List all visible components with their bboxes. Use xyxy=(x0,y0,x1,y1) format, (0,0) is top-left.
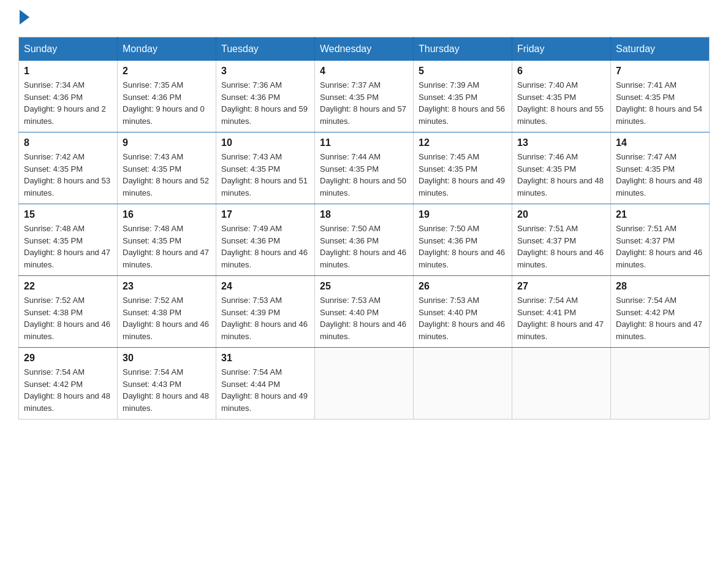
day-cell: 26Sunrise: 7:53 AMSunset: 4:40 PMDayligh… xyxy=(414,276,512,348)
day-info: Sunrise: 7:36 AMSunset: 4:36 PMDaylight:… xyxy=(221,79,309,127)
day-cell: 4Sunrise: 7:37 AMSunset: 4:35 PMDaylight… xyxy=(315,61,414,132)
day-cell xyxy=(315,348,414,419)
day-number: 2 xyxy=(123,66,211,77)
day-number: 28 xyxy=(616,281,704,292)
day-number: 10 xyxy=(221,137,309,148)
day-info: Sunrise: 7:37 AMSunset: 4:35 PMDaylight:… xyxy=(320,79,408,127)
weekday-header-saturday: Saturday xyxy=(611,37,710,61)
day-cell: 16Sunrise: 7:48 AMSunset: 4:35 PMDayligh… xyxy=(118,204,216,276)
weekday-header-row: SundayMondayTuesdayWednesdayThursdayFrid… xyxy=(19,37,710,61)
day-number: 20 xyxy=(517,209,605,220)
day-number: 9 xyxy=(123,137,211,148)
day-cell: 17Sunrise: 7:49 AMSunset: 4:36 PMDayligh… xyxy=(216,204,315,276)
day-info: Sunrise: 7:50 AMSunset: 4:36 PMDaylight:… xyxy=(419,223,507,270)
day-cell: 11Sunrise: 7:44 AMSunset: 4:35 PMDayligh… xyxy=(315,132,414,204)
day-cell: 8Sunrise: 7:42 AMSunset: 4:35 PMDaylight… xyxy=(19,132,118,204)
day-cell: 25Sunrise: 7:53 AMSunset: 4:40 PMDayligh… xyxy=(315,276,414,348)
week-row-3: 15Sunrise: 7:48 AMSunset: 4:35 PMDayligh… xyxy=(19,204,710,276)
day-number: 12 xyxy=(419,137,507,148)
day-info: Sunrise: 7:48 AMSunset: 4:35 PMDaylight:… xyxy=(24,223,112,270)
day-info: Sunrise: 7:35 AMSunset: 4:36 PMDaylight:… xyxy=(123,79,211,127)
day-cell: 19Sunrise: 7:50 AMSunset: 4:36 PMDayligh… xyxy=(414,204,512,276)
day-info: Sunrise: 7:52 AMSunset: 4:38 PMDaylight:… xyxy=(123,294,211,342)
day-number: 17 xyxy=(221,209,309,220)
day-number: 6 xyxy=(517,66,605,77)
day-cell: 6Sunrise: 7:40 AMSunset: 4:35 PMDaylight… xyxy=(512,61,611,132)
day-number: 26 xyxy=(419,281,507,292)
day-number: 4 xyxy=(320,66,408,77)
day-cell: 13Sunrise: 7:46 AMSunset: 4:35 PMDayligh… xyxy=(512,132,611,204)
day-number: 13 xyxy=(517,137,605,148)
day-cell xyxy=(611,348,710,419)
day-cell: 10Sunrise: 7:43 AMSunset: 4:35 PMDayligh… xyxy=(216,132,315,204)
day-cell: 12Sunrise: 7:45 AMSunset: 4:35 PMDayligh… xyxy=(414,132,512,204)
day-number: 24 xyxy=(221,281,309,292)
day-cell: 3Sunrise: 7:36 AMSunset: 4:36 PMDaylight… xyxy=(216,61,315,132)
day-info: Sunrise: 7:51 AMSunset: 4:37 PMDaylight:… xyxy=(517,223,605,270)
weekday-header-tuesday: Tuesday xyxy=(216,37,315,61)
day-number: 11 xyxy=(320,137,408,148)
day-info: Sunrise: 7:51 AMSunset: 4:37 PMDaylight:… xyxy=(616,223,704,270)
day-number: 15 xyxy=(24,209,112,220)
day-number: 30 xyxy=(123,353,211,364)
day-cell: 22Sunrise: 7:52 AMSunset: 4:38 PMDayligh… xyxy=(19,276,118,348)
week-row-4: 22Sunrise: 7:52 AMSunset: 4:38 PMDayligh… xyxy=(19,276,710,348)
day-number: 21 xyxy=(616,209,704,220)
weekday-header-monday: Monday xyxy=(118,37,216,61)
day-info: Sunrise: 7:52 AMSunset: 4:38 PMDaylight:… xyxy=(24,294,112,342)
day-number: 19 xyxy=(419,209,507,220)
day-info: Sunrise: 7:54 AMSunset: 4:42 PMDaylight:… xyxy=(616,294,704,342)
week-row-5: 29Sunrise: 7:54 AMSunset: 4:42 PMDayligh… xyxy=(19,348,710,419)
day-number: 14 xyxy=(616,137,704,148)
day-info: Sunrise: 7:49 AMSunset: 4:36 PMDaylight:… xyxy=(221,223,309,270)
day-cell: 18Sunrise: 7:50 AMSunset: 4:36 PMDayligh… xyxy=(315,204,414,276)
day-info: Sunrise: 7:54 AMSunset: 4:42 PMDaylight:… xyxy=(24,366,112,414)
day-cell: 21Sunrise: 7:51 AMSunset: 4:37 PMDayligh… xyxy=(611,204,710,276)
day-number: 3 xyxy=(221,66,309,77)
day-info: Sunrise: 7:53 AMSunset: 4:39 PMDaylight:… xyxy=(221,294,309,342)
weekday-header-wednesday: Wednesday xyxy=(315,37,414,61)
day-number: 22 xyxy=(24,281,112,292)
day-cell: 31Sunrise: 7:54 AMSunset: 4:44 PMDayligh… xyxy=(216,348,315,419)
day-info: Sunrise: 7:34 AMSunset: 4:36 PMDaylight:… xyxy=(24,79,112,127)
day-number: 16 xyxy=(123,209,211,220)
day-info: Sunrise: 7:54 AMSunset: 4:43 PMDaylight:… xyxy=(123,366,211,414)
day-info: Sunrise: 7:39 AMSunset: 4:35 PMDaylight:… xyxy=(419,79,507,127)
day-cell: 24Sunrise: 7:53 AMSunset: 4:39 PMDayligh… xyxy=(216,276,315,348)
day-info: Sunrise: 7:45 AMSunset: 4:35 PMDaylight:… xyxy=(419,151,507,199)
day-cell: 1Sunrise: 7:34 AMSunset: 4:36 PMDaylight… xyxy=(19,61,118,132)
day-info: Sunrise: 7:41 AMSunset: 4:35 PMDaylight:… xyxy=(616,79,704,127)
day-info: Sunrise: 7:44 AMSunset: 4:35 PMDaylight:… xyxy=(320,151,408,199)
week-row-2: 8Sunrise: 7:42 AMSunset: 4:35 PMDaylight… xyxy=(19,132,710,204)
weekday-header-friday: Friday xyxy=(512,37,611,61)
day-number: 5 xyxy=(419,66,507,77)
day-cell: 2Sunrise: 7:35 AMSunset: 4:36 PMDaylight… xyxy=(118,61,216,132)
day-cell xyxy=(414,348,512,419)
day-info: Sunrise: 7:48 AMSunset: 4:35 PMDaylight:… xyxy=(123,223,211,270)
week-row-1: 1Sunrise: 7:34 AMSunset: 4:36 PMDaylight… xyxy=(19,61,710,132)
day-cell: 23Sunrise: 7:52 AMSunset: 4:38 PMDayligh… xyxy=(118,276,216,348)
day-cell: 29Sunrise: 7:54 AMSunset: 4:42 PMDayligh… xyxy=(19,348,118,419)
day-info: Sunrise: 7:47 AMSunset: 4:35 PMDaylight:… xyxy=(616,151,704,199)
day-cell: 28Sunrise: 7:54 AMSunset: 4:42 PMDayligh… xyxy=(611,276,710,348)
day-cell: 9Sunrise: 7:43 AMSunset: 4:35 PMDaylight… xyxy=(118,132,216,204)
day-number: 1 xyxy=(24,66,112,77)
day-number: 27 xyxy=(517,281,605,292)
day-number: 7 xyxy=(616,66,704,77)
calendar-table: SundayMondayTuesdayWednesdayThursdayFrid… xyxy=(18,37,710,419)
day-info: Sunrise: 7:54 AMSunset: 4:41 PMDaylight:… xyxy=(517,294,605,342)
day-number: 23 xyxy=(123,281,211,292)
day-cell: 20Sunrise: 7:51 AMSunset: 4:37 PMDayligh… xyxy=(512,204,611,276)
weekday-header-sunday: Sunday xyxy=(19,37,118,61)
day-info: Sunrise: 7:40 AMSunset: 4:35 PMDaylight:… xyxy=(517,79,605,127)
day-info: Sunrise: 7:42 AMSunset: 4:35 PMDaylight:… xyxy=(24,151,112,199)
weekday-header-thursday: Thursday xyxy=(414,37,512,61)
day-number: 18 xyxy=(320,209,408,220)
day-cell: 7Sunrise: 7:41 AMSunset: 4:35 PMDaylight… xyxy=(611,61,710,132)
day-info: Sunrise: 7:46 AMSunset: 4:35 PMDaylight:… xyxy=(517,151,605,199)
logo-arrow-icon xyxy=(20,10,29,25)
day-info: Sunrise: 7:43 AMSunset: 4:35 PMDaylight:… xyxy=(123,151,211,199)
day-cell: 14Sunrise: 7:47 AMSunset: 4:35 PMDayligh… xyxy=(611,132,710,204)
day-cell: 30Sunrise: 7:54 AMSunset: 4:43 PMDayligh… xyxy=(118,348,216,419)
day-number: 8 xyxy=(24,137,112,148)
